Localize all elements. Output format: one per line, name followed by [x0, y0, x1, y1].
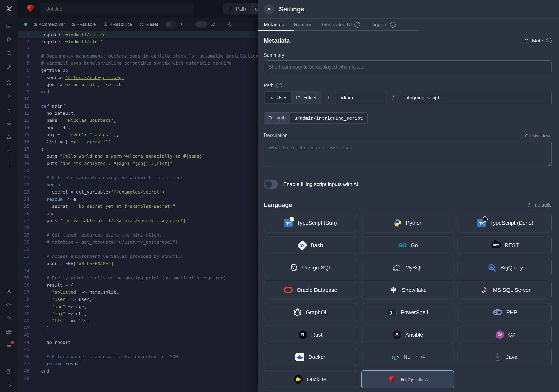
language-option-rust[interactable]: RRust: [264, 326, 357, 344]
description-label: Description: [264, 133, 288, 138]
owner-kind-folder[interactable]: Folder: [291, 92, 321, 103]
language-defaults-button[interactable]: defaults: [527, 202, 551, 208]
settings-content: Metadata Mute i Summary Path i User: [258, 31, 559, 392]
powershell-icon: ❯_: [387, 308, 397, 317]
sidebar-home-icon[interactable]: [5, 79, 12, 85]
cube-icon: [103, 22, 108, 27]
nu-icon: ηu›: [390, 352, 400, 362]
language-option-snowflake[interactable]: ❄Snowflake: [361, 281, 454, 299]
language-option-label: TypeScript (Bun): [297, 220, 337, 226]
sidebar-folder-open-icon[interactable]: [5, 329, 12, 335]
full-path-label: Full path: [264, 113, 290, 123]
tab-metadata[interactable]: Metadata: [264, 22, 284, 27]
path-separator: /: [327, 94, 329, 102]
line-number: 19: [18, 160, 29, 167]
settings-header: ✕ Settings: [258, 0, 559, 19]
line-number: 8: [18, 81, 29, 88]
language-option-graphql[interactable]: GraphQL: [264, 303, 357, 321]
tab-runtime[interactable]: Runtime: [294, 22, 312, 27]
language-option-typescript-bun[interactable]: TSTypeScript (Bun): [264, 214, 357, 232]
owner-kind-user[interactable]: User: [265, 92, 291, 103]
language-option-mysql[interactable]: MySQLMySQL: [361, 258, 454, 277]
path-separator: /: [392, 94, 394, 102]
language-option-java[interactable]: JavaJava: [459, 348, 551, 366]
sidebar-ai-wand-icon[interactable]: [5, 64, 12, 70]
sidebar-user-icon[interactable]: [5, 288, 12, 294]
full-path-badge: Full path u/admin/intriguing_script: [264, 112, 368, 124]
language-option-label: Ruby: [401, 376, 413, 383]
tab-triggers[interactable]: Triggers i: [370, 22, 396, 27]
resize-grip-icon[interactable]: [547, 162, 550, 166]
language-option-label: Java: [506, 354, 517, 360]
sidebar-robot-icon[interactable]: [5, 315, 12, 321]
language-option-duckdb[interactable]: DuckDB: [264, 370, 357, 389]
gear-icon: [527, 202, 532, 208]
sidebar-prism-icon[interactable]: [5, 134, 12, 140]
language-option-c[interactable]: C#C#: [459, 326, 551, 344]
path-name-input[interactable]: [400, 91, 551, 104]
add-context-var-button[interactable]: $ +Context var: [34, 21, 65, 27]
multiplayer-toggle[interactable]: [196, 21, 207, 27]
ai-fill-toggle[interactable]: [264, 180, 278, 189]
sidebar-cubes-icon[interactable]: [5, 120, 12, 127]
language-option-php[interactable]: phpPHP: [459, 303, 551, 321]
tab-generated-ui[interactable]: Generated UI i: [322, 22, 360, 27]
add-resource-button[interactable]: +Resource: [103, 22, 132, 27]
dollar-icon: $: [34, 21, 37, 27]
sidebar-plus-icon[interactable]: [5, 163, 12, 169]
windmill-logo[interactable]: [0, 0, 18, 18]
oracle-icon: [283, 285, 293, 295]
sidebar-gear-icon[interactable]: [5, 301, 12, 308]
script-title-input[interactable]: [40, 3, 194, 15]
language-option-ansible[interactable]: AAnsible: [361, 326, 454, 344]
settings-title: Settings: [279, 6, 304, 13]
language-option-typescript-deno[interactable]: TSTypeScript (Deno): [459, 214, 551, 232]
reset-button[interactable]: Reset: [139, 22, 158, 27]
add-variable-button[interactable]: $ +Variable: [72, 21, 96, 27]
language-option-ms-sql-server[interactable]: MS SQL Server: [459, 281, 551, 299]
path-owner-input[interactable]: [335, 91, 387, 104]
sidebar-divider: [0, 74, 18, 75]
summary-input[interactable]: [264, 60, 551, 73]
language-option-nu[interactable]: ηu›NuBETA: [361, 348, 454, 366]
line-number: 2: [18, 38, 29, 46]
sidebar-star-icon[interactable]: [5, 36, 12, 43]
language-heading: Language: [264, 201, 292, 209]
editor-settings-gear-icon[interactable]: [226, 21, 232, 27]
language-option-powershell[interactable]: ❯_PowerShell: [361, 303, 454, 321]
language-option-ruby[interactable]: RubyBETA: [361, 370, 454, 389]
mute-button[interactable]: Mute i: [524, 38, 551, 44]
sidebar-list-badge-icon[interactable]: [5, 342, 12, 348]
language-option-python[interactable]: Python: [361, 214, 454, 232]
sidebar-calendar-icon[interactable]: [5, 149, 12, 155]
sidebar-help-icon[interactable]: [5, 368, 12, 375]
language-option-rest[interactable]: HTTPREST: [459, 236, 551, 254]
line-number: 49: [18, 375, 29, 382]
folder-icon: [296, 95, 301, 100]
snowflake-icon: ❄: [389, 285, 398, 295]
mysql-icon: MySQL: [392, 263, 402, 272]
language-option-go[interactable]: GOGo: [361, 236, 454, 254]
language-option-postgresql[interactable]: PostgreSQL: [264, 258, 357, 277]
bell-icon: [524, 38, 529, 44]
line-number: 10: [18, 95, 29, 103]
line-number: 25: [18, 203, 29, 210]
sidebar-app-window-icon[interactable]: [5, 23, 12, 29]
description-textarea[interactable]: [264, 141, 551, 167]
rest-icon: HTTP: [491, 240, 501, 250]
info-icon: i: [546, 38, 551, 44]
language-option-oracle-database[interactable]: Oracle Database: [264, 281, 357, 299]
sidebar-dollar-icon[interactable]: [5, 107, 12, 113]
sidebar-arrow-right-icon[interactable]: [5, 382, 12, 388]
language-option-bash[interactable]: $>Bash: [264, 236, 357, 254]
diff-toggle[interactable]: [165, 21, 177, 27]
sidebar-search-icon[interactable]: [5, 50, 12, 56]
bash-icon: $>: [298, 240, 307, 250]
language-option-docker[interactable]: Docker: [264, 348, 357, 366]
language-grid: TSTypeScript (Bun)PythonTSTypeScript (De…: [264, 214, 551, 389]
gh-markdown-hint: GH Markdown: [525, 134, 551, 138]
left-sidebar: [0, 0, 18, 392]
language-option-bigquery[interactable]: BigQuery: [459, 258, 551, 277]
close-icon[interactable]: ✕: [264, 4, 274, 15]
sidebar-play-icon[interactable]: [5, 93, 12, 99]
